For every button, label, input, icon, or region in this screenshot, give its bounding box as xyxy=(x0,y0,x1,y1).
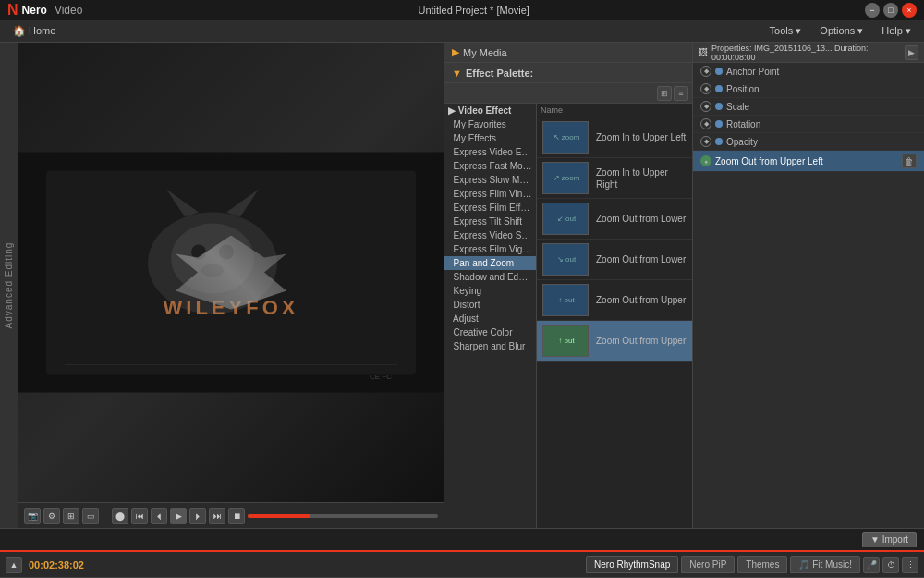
effect-panel-tools: ⊞ ≡ xyxy=(444,83,692,104)
prop-dot-3 xyxy=(715,103,723,110)
tree-item-panzoom[interactable]: Pan and Zoom xyxy=(444,256,536,270)
minimize-button[interactable]: − xyxy=(865,3,880,18)
tree-item-keying[interactable]: Keying xyxy=(444,284,536,298)
effect-panel-body: ▶ Video Effect My Favorites My Effects E… xyxy=(444,104,692,528)
tab-pip[interactable]: Nero PiP xyxy=(681,556,735,573)
tree-item-tiltshift[interactable]: Express Tilt Shift xyxy=(444,215,536,228)
step-fwd-btn[interactable]: ⏵ xyxy=(189,508,206,524)
title-bar: N Nero Video Untitled Project * [Movie] … xyxy=(0,0,924,20)
tree-item-videofx[interactable]: ▶ Video Effect xyxy=(444,104,536,117)
tree-item-shadow[interactable]: Shadow and Edges xyxy=(444,270,536,284)
prop-opacity[interactable]: ◆ Opacity xyxy=(693,133,924,151)
svg-text:↗ zoom: ↗ zoom xyxy=(553,174,580,182)
menu-bar: 🏠 Home Tools ▾ Options ▾ Help ▾ xyxy=(0,20,924,43)
effect-item-zoomol1[interactable]: ↙ out Zoom Out from Lower xyxy=(537,199,692,240)
more-icon[interactable]: ⋮ xyxy=(902,557,918,573)
prop-circle-6: ● xyxy=(700,155,711,166)
prop-name-4: Rotation xyxy=(726,119,917,129)
progress-bar[interactable] xyxy=(248,514,438,518)
prop-anchor-point[interactable]: ◆ Anchor Point xyxy=(693,63,924,80)
svg-text:WILEYFOX: WILEYFOX xyxy=(164,296,299,319)
tab-themes[interactable]: Themes xyxy=(737,556,787,573)
effect-thumb-3: ↙ out xyxy=(542,203,589,235)
import-bar: ▼ Import xyxy=(0,528,924,550)
close-button[interactable]: × xyxy=(902,3,917,18)
tab-fitmusic[interactable]: 🎵 Fit Music! xyxy=(790,556,860,573)
properties-list: ◆ Anchor Point ◆ Position ◆ Scale ◆ Rota… xyxy=(693,63,924,528)
prop-rotation[interactable]: ◆ Rotation xyxy=(693,116,924,133)
grid-view-btn[interactable]: ⊞ xyxy=(657,86,672,101)
left-sidebar: Advanced Editing xyxy=(0,43,18,528)
app-name: Nero xyxy=(22,4,47,17)
view-icon[interactable]: ⊞ xyxy=(63,508,79,524)
triangle-icon2: ▼ xyxy=(452,68,462,79)
record-btn[interactable]: ⬤ xyxy=(112,508,128,524)
prev-frame-btn[interactable]: ⏮ xyxy=(131,508,148,524)
effect-thumb-6: ↑ out xyxy=(542,325,589,357)
tree-item-creativecolor[interactable]: Creative Color xyxy=(444,326,536,339)
tree-item-adjust[interactable]: Adjust xyxy=(444,312,536,326)
tree-item-expressvideo[interactable]: Express Video Effect xyxy=(444,145,536,159)
effect-item-zoomur[interactable]: ↗ zoom Zoom In to Upper Right xyxy=(537,158,692,199)
menu-home[interactable]: 🏠 Home xyxy=(4,22,65,40)
menu-help[interactable]: Help ▾ xyxy=(872,22,920,40)
effect-item-zoomou2[interactable]: ↑ out Zoom Out from Upper xyxy=(537,321,692,362)
play-btn[interactable]: ▶ xyxy=(170,508,187,524)
triangle-icon: ▶ xyxy=(452,46,459,58)
tree-item-slowmotion[interactable]: Express Slow Motion xyxy=(444,173,536,187)
preview-video: WILEYFOX CE FC xyxy=(18,43,444,502)
import-button[interactable]: ▼ Import xyxy=(862,532,917,547)
svg-text:↑ out: ↑ out xyxy=(558,296,575,304)
tree-item-favorites[interactable]: My Favorites xyxy=(444,117,536,131)
effect-item-zoomol2[interactable]: ↘ out Zoom Out from Lower xyxy=(537,240,692,280)
tree-item-filmfx[interactable]: Express Film Effects xyxy=(444,201,536,215)
collapse-timeline-btn[interactable]: ▲ xyxy=(6,557,22,573)
prop-diamond-5: ◆ xyxy=(700,136,711,147)
effect-item-zoomou1[interactable]: ↑ out Zoom Out from Upper xyxy=(537,280,692,321)
tree-item-stabilize[interactable]: Express Video Stabili. xyxy=(444,228,536,242)
prop-diamond-3: ◆ xyxy=(700,101,711,112)
app-logo: N Nero Video xyxy=(7,2,82,18)
maximize-button[interactable]: □ xyxy=(883,3,898,18)
mic-icon[interactable]: 🎤 xyxy=(863,557,880,573)
clock-icon[interactable]: ⏱ xyxy=(882,557,899,573)
prop-position[interactable]: ◆ Position xyxy=(693,80,924,98)
settings-icon[interactable]: ⚙ xyxy=(43,508,60,524)
progress-fill xyxy=(248,514,310,518)
prop-zoom-out-upper[interactable]: ● Zoom Out from Upper Left 🗑 xyxy=(693,151,924,172)
menu-tools[interactable]: Tools ▾ xyxy=(760,22,811,40)
window-controls: − □ × xyxy=(865,3,917,18)
effect-name-3: Zoom Out from Lower xyxy=(596,213,686,225)
menu-options[interactable]: Options ▾ xyxy=(810,22,872,40)
tree-item-filmvignette[interactable]: Express Film Vignett. xyxy=(444,242,536,256)
effect-item-zoomul[interactable]: ↖ zoom Zoom In to Upper Left xyxy=(537,117,692,158)
prop-name-5: Opacity xyxy=(726,137,917,147)
prop-dot-2 xyxy=(715,85,723,92)
tree-item-myeffects[interactable]: My Effects xyxy=(444,131,536,145)
svg-text:↘ out: ↘ out xyxy=(557,255,577,264)
camera-icon[interactable]: 📷 xyxy=(24,508,41,524)
tree-item-distort[interactable]: Distort xyxy=(444,298,536,312)
effect-tree: ▶ Video Effect My Favorites My Effects E… xyxy=(444,104,537,528)
tree-item-fastmotion[interactable]: Express Fast Motion xyxy=(444,159,536,173)
delete-prop-btn[interactable]: 🗑 xyxy=(902,154,917,168)
window-title: Untitled Project * [Movie] xyxy=(82,5,865,16)
svg-rect-1 xyxy=(46,171,416,375)
app-type: Video xyxy=(55,4,82,17)
effect-thumb-2: ↗ zoom xyxy=(542,162,589,194)
effect-palette-label: Effect Palette: xyxy=(466,68,533,79)
end-btn[interactable]: ⏹ xyxy=(228,508,245,524)
tree-item-vintage[interactable]: Express Film Vintage xyxy=(444,187,536,201)
name-header: Name xyxy=(537,104,692,117)
prop-scale[interactable]: ◆ Scale xyxy=(693,98,924,116)
prop-dot-1 xyxy=(715,68,723,75)
aspect-icon[interactable]: ▭ xyxy=(82,508,99,524)
next-frame-btn[interactable]: ⏭ xyxy=(209,508,225,524)
list-view-btn[interactable]: ≡ xyxy=(674,86,688,101)
tab-rhythmsnap[interactable]: Nero RhythmSnap xyxy=(586,556,678,573)
expand-properties-btn[interactable]: ▶ xyxy=(905,45,918,60)
svg-point-6 xyxy=(191,245,206,260)
tree-item-sharpen[interactable]: Sharpen and Blur xyxy=(444,339,536,353)
svg-text:↖ zoom: ↖ zoom xyxy=(553,133,580,141)
step-back-btn[interactable]: ⏴ xyxy=(151,508,167,524)
